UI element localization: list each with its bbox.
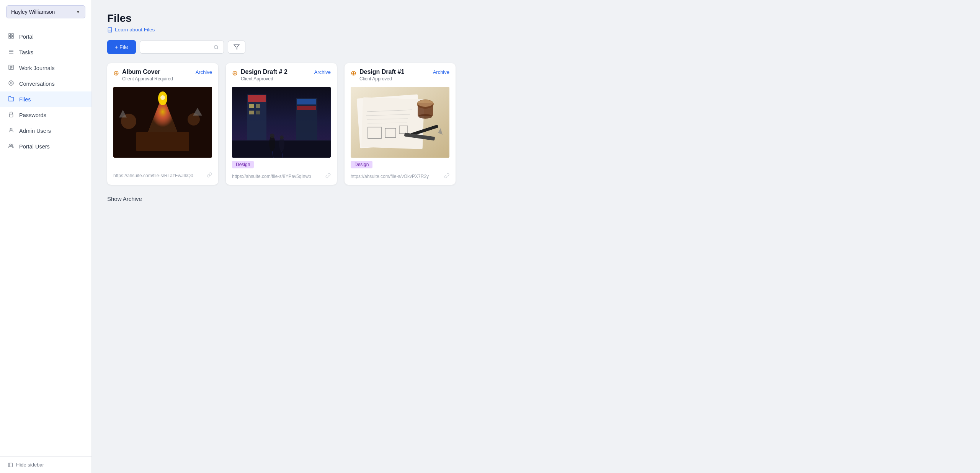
card-footer: https://ahsuite.com/file-s/8YPav5qInwb (226, 170, 337, 185)
portal-users-icon (8, 143, 15, 150)
chevron-down-icon: ▼ (76, 9, 80, 15)
card-title-group: ⊕ Album Cover Client Approval Required (113, 69, 173, 82)
svg-rect-38 (249, 104, 254, 108)
book-icon (107, 27, 113, 33)
add-file-button[interactable]: + File (107, 40, 136, 54)
file-card-design-draft-1: ⊕ Design Draft #1 Client Approved Archiv… (345, 63, 456, 185)
svg-point-12 (10, 82, 12, 84)
card-title-block: Design Draft # 2 Client Approved (241, 69, 287, 82)
copy-link-icon[interactable] (444, 173, 449, 179)
portal-icon (8, 33, 15, 40)
svg-point-14 (10, 128, 12, 130)
sidebar-item-admin-users[interactable]: Admin Users (0, 123, 91, 139)
svg-point-16 (11, 144, 13, 145)
show-archive-label: Show Archive (107, 196, 142, 202)
svg-rect-27 (136, 132, 189, 151)
file-subtitle: Client Approved (359, 76, 404, 82)
sidebar-item-conversations-label: Conversations (19, 81, 55, 87)
sidebar-item-portal-label: Portal (19, 34, 34, 40)
card-header: ⊕ Design Draft # 2 Client Approved Archi… (226, 63, 337, 83)
svg-rect-36 (297, 99, 316, 104)
card-footer: https://ahsuite.com/file-s/RLazEwJIkQ0 (107, 169, 218, 184)
learn-about-files-link[interactable]: Learn about Files (107, 27, 965, 33)
svg-point-47 (280, 135, 284, 139)
svg-rect-13 (9, 114, 13, 117)
svg-rect-34 (296, 98, 317, 144)
search-input[interactable] (145, 44, 211, 50)
tasks-icon (8, 49, 15, 56)
file-title: Album Cover (122, 69, 173, 75)
sidebar-item-tasks[interactable]: Tasks (0, 44, 91, 60)
svg-point-63 (418, 114, 432, 119)
files-grid: ⊕ Album Cover Client Approval Required A… (107, 63, 965, 185)
pin-icon: ⊕ (351, 69, 356, 77)
svg-rect-37 (297, 106, 316, 110)
sidebar-item-portal-users[interactable]: Portal Users (0, 139, 91, 154)
sidebar-item-work-journals-label: Work Journals (19, 65, 54, 71)
nav-menu: Portal Tasks Work Journals (0, 24, 91, 456)
archive-link[interactable]: Archive (314, 69, 331, 75)
sidebar: Hayley Williamson ▼ Portal Tasks (0, 0, 92, 473)
card-title-group: ⊕ Design Draft #1 Client Approved (351, 69, 404, 82)
card-tag-area: Design (226, 158, 337, 170)
work-journals-icon (8, 64, 15, 72)
file-image-design-draft-2 (232, 87, 331, 158)
sidebar-item-portal-users-label: Portal Users (19, 144, 50, 150)
svg-point-26 (160, 95, 165, 100)
archive-link[interactable]: Archive (196, 69, 212, 75)
files-icon (8, 96, 15, 103)
file-subtitle: Client Approved (241, 76, 287, 82)
svg-rect-17 (8, 463, 13, 467)
archive-link[interactable]: Archive (433, 69, 449, 75)
file-url: https://ahsuite.com/file-s/RLazEwJIkQ0 (113, 173, 204, 178)
card-tag-area: Design (345, 158, 456, 170)
svg-rect-40 (249, 111, 254, 114)
sidebar-item-conversations[interactable]: Conversations (0, 76, 91, 91)
svg-rect-41 (256, 111, 260, 114)
file-url: https://ahsuite.com/file-s/vOkvPX7R2y (351, 174, 441, 179)
pin-icon: ⊕ (232, 69, 238, 77)
file-image-design-draft-1 (351, 87, 449, 158)
conversations-icon (8, 80, 15, 87)
pin-icon: ⊕ (113, 69, 119, 77)
admin-users-icon (8, 127, 15, 134)
file-card-design-draft-2: ⊕ Design Draft # 2 Client Approved Archi… (226, 63, 337, 185)
hide-sidebar-icon (8, 462, 13, 468)
card-tag-area (107, 158, 218, 169)
copy-link-icon[interactable] (207, 172, 212, 179)
svg-rect-2 (9, 36, 11, 38)
svg-rect-1 (11, 34, 13, 36)
card-footer: https://ahsuite.com/file-s/vOkvPX7R2y (345, 170, 456, 185)
hide-sidebar-button[interactable]: Hide sidebar (8, 462, 84, 468)
card-header: ⊕ Design Draft #1 Client Approved Archiv… (345, 63, 456, 83)
sidebar-item-passwords-label: Passwords (19, 112, 46, 118)
file-image-album-cover (113, 87, 212, 158)
sidebar-item-files[interactable]: Files (0, 91, 91, 107)
file-subtitle: Client Approval Required (122, 76, 173, 82)
copy-link-icon[interactable] (325, 173, 331, 179)
sidebar-item-files-label: Files (19, 96, 31, 103)
sidebar-footer: Hide sidebar (0, 456, 91, 473)
svg-point-45 (270, 134, 274, 138)
file-card-album-cover: ⊕ Album Cover Client Approval Required A… (107, 63, 218, 185)
svg-rect-39 (256, 104, 260, 108)
svg-marker-21 (234, 45, 239, 49)
file-url: https://ahsuite.com/file-s/8YPav5qInwb (232, 174, 322, 179)
file-title: Design Draft # 2 (241, 69, 287, 75)
sidebar-item-passwords[interactable]: Passwords (0, 107, 91, 123)
add-file-label: + File (115, 44, 128, 50)
toolbar: + File (107, 40, 965, 54)
search-icon (214, 44, 219, 50)
show-archive-button[interactable]: Show Archive (107, 196, 965, 202)
sidebar-item-portal[interactable]: Portal (0, 29, 91, 44)
sidebar-item-work-journals[interactable]: Work Journals (0, 60, 91, 76)
user-selector[interactable]: Hayley Williamson ▼ (6, 5, 85, 18)
page-title: Files (107, 12, 965, 24)
svg-rect-0 (9, 34, 11, 36)
hide-sidebar-label: Hide sidebar (16, 462, 44, 468)
svg-point-19 (214, 45, 218, 49)
svg-point-64 (418, 100, 433, 107)
filter-icon (234, 44, 240, 50)
design-tag: Design (232, 161, 254, 168)
filter-button[interactable] (228, 41, 245, 54)
